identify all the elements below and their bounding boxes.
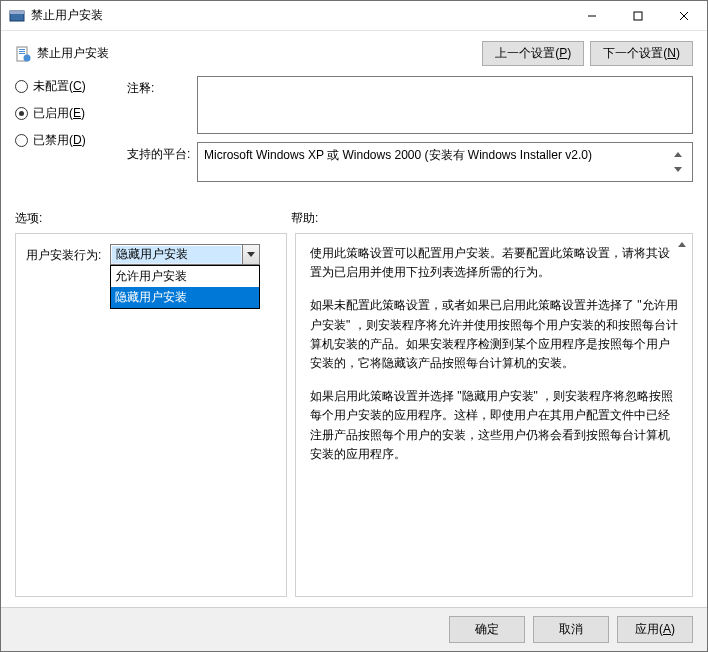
combo-option-allow[interactable]: 允许用户安装	[111, 266, 259, 287]
policy-icon	[15, 46, 31, 62]
svg-rect-3	[634, 12, 642, 20]
user-install-behavior-combo[interactable]: 隐藏用户安装	[110, 244, 260, 265]
svg-rect-7	[19, 49, 25, 50]
supported-platform-text: Microsoft Windows XP 或 Windows 2000 (安装有…	[204, 147, 669, 177]
help-paragraph: 如果启用此策略设置并选择 "隐藏用户安装" ，则安装程序将忽略按照每个用户安装的…	[310, 387, 678, 464]
help-paragraph: 使用此策略设置可以配置用户安装。若要配置此策略设置，请将其设置为已启用并使用下拉…	[310, 244, 678, 282]
help-paragraph: 如果未配置此策略设置，或者如果已启用此策略设置并选择了 "允许用户安装" ，则安…	[310, 296, 678, 373]
main-split: 用户安装行为: 隐藏用户安装 允许用户安装 隐藏用户安装 使用此策略设置可以	[15, 233, 693, 597]
radio-disabled[interactable]: 已禁用(D)	[15, 132, 127, 149]
supported-platform-box: Microsoft Windows XP 或 Windows 2000 (安装有…	[197, 142, 693, 182]
dialog-window: 禁止用户安装 禁止用户安装 上一个设置(P) 下一个设置(N) 未配置(C) 已…	[0, 0, 708, 652]
option-label: 用户安装行为:	[26, 244, 110, 264]
window-controls	[569, 1, 707, 30]
combo-dropdown: 允许用户安装 隐藏用户安装	[110, 265, 260, 309]
svg-rect-9	[19, 53, 25, 54]
help-scrollbar[interactable]	[673, 236, 690, 594]
apply-button[interactable]: 应用(A)	[617, 616, 693, 643]
combo-selected-text: 隐藏用户安装	[112, 246, 241, 263]
state-radios: 未配置(C) 已启用(E) 已禁用(D)	[15, 76, 127, 159]
window-title: 禁止用户安装	[31, 7, 569, 24]
options-pane: 用户安装行为: 隐藏用户安装 允许用户安装 隐藏用户安装	[15, 233, 287, 597]
content-area: 禁止用户安装 上一个设置(P) 下一个设置(N) 未配置(C) 已启用(E) 已…	[1, 31, 707, 607]
ok-button[interactable]: 确定	[449, 616, 525, 643]
previous-setting-button[interactable]: 上一个设置(P)	[482, 41, 584, 66]
comment-textarea[interactable]	[197, 76, 693, 134]
svg-point-10	[24, 54, 31, 61]
combo-option-hide[interactable]: 隐藏用户安装	[111, 287, 259, 308]
minimize-button[interactable]	[569, 1, 615, 30]
maximize-button[interactable]	[615, 1, 661, 30]
help-label: 帮助:	[291, 210, 318, 227]
help-pane: 使用此策略设置可以配置用户安装。若要配置此策略设置，请将其设置为已启用并使用下拉…	[295, 233, 693, 597]
close-button[interactable]	[661, 1, 707, 30]
options-label: 选项:	[15, 210, 291, 227]
chevron-down-icon	[242, 245, 259, 264]
top-area: 未配置(C) 已启用(E) 已禁用(D) 注释: 支持的平台: Microsof…	[15, 76, 693, 190]
scroll-up-icon	[673, 236, 690, 253]
next-setting-button[interactable]: 下一个设置(N)	[590, 41, 693, 66]
radio-enabled[interactable]: 已启用(E)	[15, 105, 127, 122]
scroll-up-icon[interactable]	[669, 147, 686, 162]
svg-rect-1	[10, 11, 24, 14]
platform-label: 支持的平台:	[127, 142, 197, 182]
comment-label: 注释:	[127, 76, 197, 134]
cancel-button[interactable]: 取消	[533, 616, 609, 643]
header-row: 禁止用户安装 上一个设置(P) 下一个设置(N)	[15, 41, 693, 66]
scroll-down-icon[interactable]	[669, 162, 686, 177]
page-title: 禁止用户安装	[37, 45, 482, 62]
titlebar: 禁止用户安装	[1, 1, 707, 31]
section-labels: 选项: 帮助:	[15, 210, 693, 227]
radio-not-configured[interactable]: 未配置(C)	[15, 78, 127, 95]
app-icon	[9, 8, 25, 24]
dialog-footer: 确定 取消 应用(A)	[1, 607, 707, 651]
svg-rect-8	[19, 51, 25, 52]
